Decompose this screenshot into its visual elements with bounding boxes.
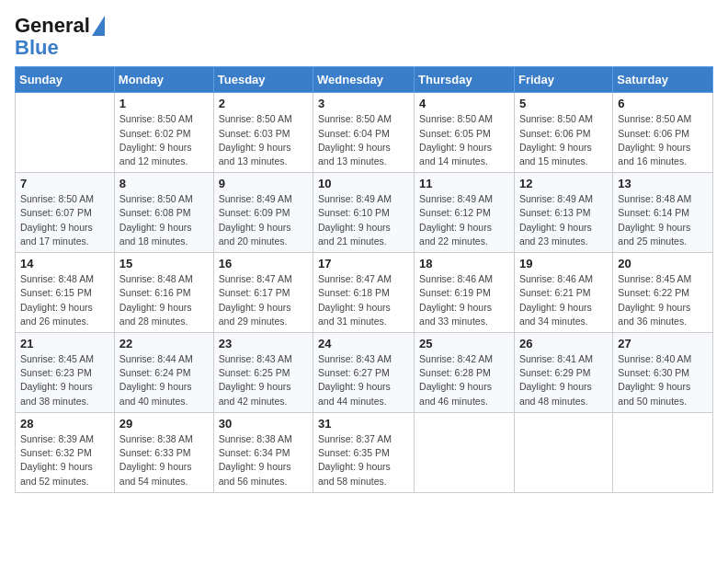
day-number: 17 bbox=[318, 257, 409, 270]
header-day-saturday: Saturday bbox=[613, 67, 713, 93]
header-day-wednesday: Wednesday bbox=[313, 67, 415, 93]
calendar-cell: 18Sunrise: 8:46 AM Sunset: 6:19 PM Dayli… bbox=[415, 253, 515, 333]
day-info: Sunrise: 8:38 AM Sunset: 6:33 PM Dayligh… bbox=[119, 432, 209, 488]
calendar-cell: 8Sunrise: 8:50 AM Sunset: 6:08 PM Daylig… bbox=[114, 173, 213, 253]
day-number: 5 bbox=[519, 97, 608, 110]
calendar-cell: 23Sunrise: 8:43 AM Sunset: 6:25 PM Dayli… bbox=[213, 333, 313, 413]
calendar-cell bbox=[514, 412, 612, 492]
day-info: Sunrise: 8:49 AM Sunset: 6:10 PM Dayligh… bbox=[318, 192, 409, 248]
day-info: Sunrise: 8:47 AM Sunset: 6:18 PM Dayligh… bbox=[318, 272, 409, 328]
calendar-cell: 1Sunrise: 8:50 AM Sunset: 6:02 PM Daylig… bbox=[114, 93, 213, 173]
day-info: Sunrise: 8:37 AM Sunset: 6:35 PM Dayligh… bbox=[318, 432, 409, 488]
day-number: 9 bbox=[219, 177, 308, 190]
day-number: 26 bbox=[519, 337, 608, 350]
calendar-week-2: 7Sunrise: 8:50 AM Sunset: 6:07 PM Daylig… bbox=[16, 173, 713, 253]
calendar-cell: 6Sunrise: 8:50 AM Sunset: 6:06 PM Daylig… bbox=[613, 93, 713, 173]
day-info: Sunrise: 8:42 AM Sunset: 6:28 PM Dayligh… bbox=[419, 352, 509, 408]
calendar-table: SundayMondayTuesdayWednesdayThursdayFrid… bbox=[15, 66, 713, 492]
calendar-cell: 25Sunrise: 8:42 AM Sunset: 6:28 PM Dayli… bbox=[415, 333, 515, 413]
day-info: Sunrise: 8:46 AM Sunset: 6:19 PM Dayligh… bbox=[419, 272, 509, 328]
day-number: 25 bbox=[419, 337, 509, 350]
calendar-cell: 9Sunrise: 8:49 AM Sunset: 6:09 PM Daylig… bbox=[213, 173, 313, 253]
day-info: Sunrise: 8:44 AM Sunset: 6:24 PM Dayligh… bbox=[119, 352, 209, 408]
header-day-sunday: Sunday bbox=[16, 67, 115, 93]
day-info: Sunrise: 8:50 AM Sunset: 6:03 PM Dayligh… bbox=[219, 112, 308, 168]
calendar-cell: 30Sunrise: 8:38 AM Sunset: 6:34 PM Dayli… bbox=[213, 412, 313, 492]
calendar-week-5: 28Sunrise: 8:39 AM Sunset: 6:32 PM Dayli… bbox=[16, 412, 713, 492]
day-number: 15 bbox=[119, 257, 209, 270]
day-info: Sunrise: 8:46 AM Sunset: 6:21 PM Dayligh… bbox=[519, 272, 608, 328]
header-day-monday: Monday bbox=[114, 67, 213, 93]
day-number: 13 bbox=[618, 177, 708, 190]
day-info: Sunrise: 8:40 AM Sunset: 6:30 PM Dayligh… bbox=[618, 352, 708, 408]
day-info: Sunrise: 8:41 AM Sunset: 6:29 PM Dayligh… bbox=[519, 352, 608, 408]
day-number: 12 bbox=[519, 177, 608, 190]
day-number: 18 bbox=[419, 257, 509, 270]
day-info: Sunrise: 8:50 AM Sunset: 6:05 PM Dayligh… bbox=[419, 112, 509, 168]
calendar-cell: 27Sunrise: 8:40 AM Sunset: 6:30 PM Dayli… bbox=[613, 333, 713, 413]
day-number: 16 bbox=[219, 257, 308, 270]
header-day-friday: Friday bbox=[514, 67, 612, 93]
calendar-cell bbox=[16, 93, 115, 173]
day-number: 28 bbox=[20, 417, 109, 431]
calendar-cell: 12Sunrise: 8:49 AM Sunset: 6:13 PM Dayli… bbox=[514, 173, 612, 253]
calendar-header-row: SundayMondayTuesdayWednesdayThursdayFrid… bbox=[16, 67, 713, 93]
day-info: Sunrise: 8:48 AM Sunset: 6:16 PM Dayligh… bbox=[119, 272, 209, 328]
calendar-cell: 22Sunrise: 8:44 AM Sunset: 6:24 PM Dayli… bbox=[114, 333, 213, 413]
calendar-cell: 31Sunrise: 8:37 AM Sunset: 6:35 PM Dayli… bbox=[313, 412, 415, 492]
day-info: Sunrise: 8:47 AM Sunset: 6:17 PM Dayligh… bbox=[219, 272, 308, 328]
day-number: 4 bbox=[419, 97, 509, 110]
day-info: Sunrise: 8:45 AM Sunset: 6:22 PM Dayligh… bbox=[618, 272, 708, 328]
calendar-cell: 3Sunrise: 8:50 AM Sunset: 6:04 PM Daylig… bbox=[313, 93, 415, 173]
calendar-cell: 29Sunrise: 8:38 AM Sunset: 6:33 PM Dayli… bbox=[114, 412, 213, 492]
calendar-cell: 26Sunrise: 8:41 AM Sunset: 6:29 PM Dayli… bbox=[514, 333, 612, 413]
day-info: Sunrise: 8:43 AM Sunset: 6:25 PM Dayligh… bbox=[219, 352, 308, 408]
day-info: Sunrise: 8:49 AM Sunset: 6:12 PM Dayligh… bbox=[419, 192, 509, 248]
calendar-cell: 19Sunrise: 8:46 AM Sunset: 6:21 PM Dayli… bbox=[514, 253, 612, 333]
calendar-cell: 4Sunrise: 8:50 AM Sunset: 6:05 PM Daylig… bbox=[415, 93, 515, 173]
logo-text-line2: Blue bbox=[15, 37, 59, 59]
calendar-cell: 17Sunrise: 8:47 AM Sunset: 6:18 PM Dayli… bbox=[313, 253, 415, 333]
calendar-cell: 28Sunrise: 8:39 AM Sunset: 6:32 PM Dayli… bbox=[16, 412, 115, 492]
day-number: 19 bbox=[519, 257, 608, 270]
calendar-week-4: 21Sunrise: 8:45 AM Sunset: 6:23 PM Dayli… bbox=[16, 333, 713, 413]
calendar-week-3: 14Sunrise: 8:48 AM Sunset: 6:15 PM Dayli… bbox=[16, 253, 713, 333]
day-number: 11 bbox=[419, 177, 509, 190]
page-header: General Blue bbox=[15, 15, 713, 59]
logo: General Blue bbox=[15, 15, 105, 59]
day-info: Sunrise: 8:38 AM Sunset: 6:34 PM Dayligh… bbox=[219, 432, 308, 488]
day-info: Sunrise: 8:48 AM Sunset: 6:14 PM Dayligh… bbox=[618, 192, 708, 248]
day-number: 1 bbox=[119, 97, 209, 110]
calendar-cell: 7Sunrise: 8:50 AM Sunset: 6:07 PM Daylig… bbox=[16, 173, 115, 253]
calendar-cell: 10Sunrise: 8:49 AM Sunset: 6:10 PM Dayli… bbox=[313, 173, 415, 253]
calendar-cell: 13Sunrise: 8:48 AM Sunset: 6:14 PM Dayli… bbox=[613, 173, 713, 253]
day-number: 8 bbox=[119, 177, 209, 190]
day-info: Sunrise: 8:49 AM Sunset: 6:09 PM Dayligh… bbox=[219, 192, 308, 248]
day-info: Sunrise: 8:50 AM Sunset: 6:08 PM Dayligh… bbox=[119, 192, 209, 248]
calendar-cell: 15Sunrise: 8:48 AM Sunset: 6:16 PM Dayli… bbox=[114, 253, 213, 333]
day-info: Sunrise: 8:50 AM Sunset: 6:06 PM Dayligh… bbox=[519, 112, 608, 168]
day-info: Sunrise: 8:45 AM Sunset: 6:23 PM Dayligh… bbox=[20, 352, 109, 408]
calendar-cell: 20Sunrise: 8:45 AM Sunset: 6:22 PM Dayli… bbox=[613, 253, 713, 333]
day-number: 23 bbox=[219, 337, 308, 350]
day-number: 14 bbox=[20, 257, 109, 270]
day-number: 30 bbox=[219, 417, 308, 431]
day-number: 3 bbox=[318, 97, 409, 110]
day-info: Sunrise: 8:39 AM Sunset: 6:32 PM Dayligh… bbox=[20, 432, 109, 488]
logo-text-line1: General bbox=[15, 15, 90, 37]
day-number: 27 bbox=[618, 337, 708, 350]
day-number: 29 bbox=[119, 417, 209, 431]
calendar-cell: 24Sunrise: 8:43 AM Sunset: 6:27 PM Dayli… bbox=[313, 333, 415, 413]
day-number: 6 bbox=[618, 97, 708, 110]
day-info: Sunrise: 8:50 AM Sunset: 6:06 PM Dayligh… bbox=[618, 112, 708, 168]
day-info: Sunrise: 8:50 AM Sunset: 6:04 PM Dayligh… bbox=[318, 112, 409, 168]
calendar-cell: 21Sunrise: 8:45 AM Sunset: 6:23 PM Dayli… bbox=[16, 333, 115, 413]
logo-triangle-icon bbox=[92, 16, 105, 36]
calendar-cell: 16Sunrise: 8:47 AM Sunset: 6:17 PM Dayli… bbox=[213, 253, 313, 333]
calendar-cell: 5Sunrise: 8:50 AM Sunset: 6:06 PM Daylig… bbox=[514, 93, 612, 173]
day-number: 24 bbox=[318, 337, 409, 350]
header-day-thursday: Thursday bbox=[415, 67, 515, 93]
day-number: 31 bbox=[318, 417, 409, 431]
calendar-cell bbox=[415, 412, 515, 492]
calendar-cell bbox=[613, 412, 713, 492]
